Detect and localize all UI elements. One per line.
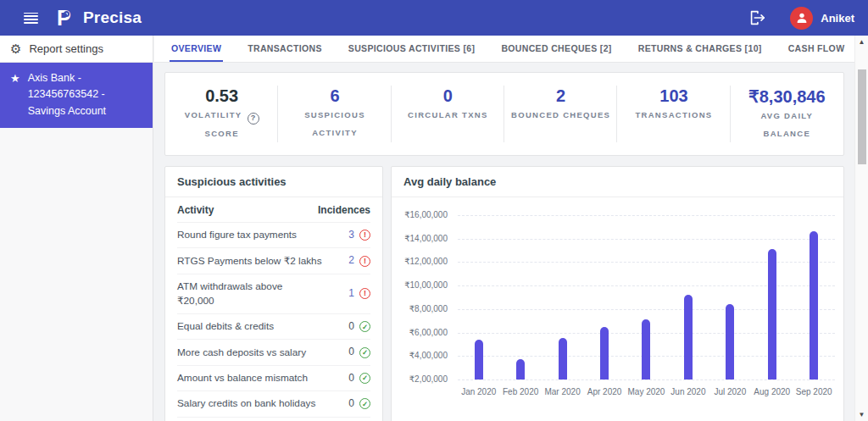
y-axis-tick: ₹2,00,000	[392, 374, 448, 384]
user-avatar[interactable]	[790, 7, 813, 30]
stat-label: AVG DAILY	[731, 107, 843, 125]
alert-icon: !	[359, 230, 370, 241]
stat-suspicious-activity: 6SUSPICIOUSACTIVITY	[278, 73, 391, 155]
x-axis-tick: Aug 2020	[751, 387, 793, 396]
activity-label: Equal debits & credits	[177, 319, 274, 334]
incidence-count: 3	[348, 228, 354, 242]
x-axis-tick: Sep 2020	[793, 387, 835, 396]
bar-jun-2020[interactable]	[684, 295, 693, 379]
stat-value: 2	[504, 86, 617, 106]
y-axis-tick: ₹8,00,000	[392, 304, 448, 313]
tab-cash-flow[interactable]: CASH FLOW	[787, 36, 847, 62]
tab-overview[interactable]: OVERVIEW	[170, 36, 223, 62]
suspicious-activities-panel: Suspicious activities Activity Incidence…	[164, 166, 383, 421]
bar-column-mar-2020	[542, 215, 583, 379]
help-icon[interactable]: ?	[248, 113, 259, 125]
y-axis-tick: ₹4,00,000	[392, 351, 448, 360]
bar-column-apr-2020	[583, 215, 625, 379]
bar-sep-2020[interactable]	[810, 231, 818, 379]
activity-label: Amount vs balance mismatch	[177, 371, 308, 385]
column-activity: Activity	[177, 204, 214, 216]
gear-icon: ⚙	[10, 42, 21, 55]
bar-jan-2020[interactable]	[475, 340, 483, 379]
bar-column-aug-2020	[751, 215, 793, 379]
suspicious-activities-title: Suspicious activities	[165, 167, 382, 197]
alert-icon: !	[359, 256, 370, 267]
check-icon: ✓	[359, 321, 370, 332]
stat-avg-daily-balance: ₹8,30,846AVG DAILYBALANCE	[731, 73, 843, 155]
incidence-cell: 0✓	[348, 396, 370, 411]
stat-label: CIRCULAR TXNS	[392, 106, 504, 124]
y-axis-tick: ₹6,00,000	[392, 328, 448, 337]
sidebar: ⚙ Report settings ★ Axis Bank - 12345676…	[0, 36, 153, 421]
tab-bar: OVERVIEWTRANSACTIONSSUSPICIOUS ACTIVITIE…	[154, 36, 854, 63]
stat-value: 103	[617, 86, 730, 106]
main-content: OVERVIEWTRANSACTIONSSUSPICIOUS ACTIVITIE…	[154, 36, 854, 421]
scroll-down-icon[interactable]: ▼	[855, 411, 868, 418]
alert-icon: !	[359, 288, 370, 299]
table-row: More cash deposits vs salary0✓	[177, 340, 370, 365]
gridline	[458, 379, 835, 380]
activity-label: More cash deposits vs salary	[177, 346, 306, 360]
x-axis-tick: Jun 2020	[667, 387, 709, 396]
tab-transactions[interactable]: TRANSACTIONS	[246, 36, 324, 62]
incidence-count: 0	[348, 396, 354, 411]
scroll-up-icon[interactable]: ▲	[855, 38, 868, 46]
bar-column-jan-2020	[458, 215, 499, 379]
x-axis-tick: Jul 2020	[709, 387, 751, 396]
stat-label: BOUNCED CHEQUES	[504, 106, 617, 124]
bar-aug-2020[interactable]	[768, 249, 776, 379]
user-name: Aniket	[821, 12, 854, 25]
tab-suspicious-activities-6[interactable]: SUSPICIOUS ACTIVITIES [6]	[347, 36, 477, 62]
activity-label: RTGS Payments below ₹2 lakhs	[177, 254, 322, 269]
activity-label: ATM withdrawals above ₹20,000	[177, 280, 282, 308]
check-icon: ✓	[359, 347, 370, 358]
avg-daily-balance-chart: ₹16,00,000₹14,00,000₹12,00,000₹10,00,000…	[392, 197, 843, 421]
stat-label: BALANCE	[731, 125, 843, 142]
column-incidences: Incidences	[318, 204, 370, 216]
stat-value: ₹8,30,846	[731, 86, 843, 107]
precisa-logo-icon: P	[57, 6, 77, 30]
check-icon: ✓	[359, 398, 370, 409]
activity-label: Salary credits on bank holidays	[177, 396, 315, 411]
person-icon	[795, 11, 809, 25]
x-axis-tick: Jan 2020	[458, 387, 499, 396]
tab-returns-charges-10[interactable]: RETURNS & CHARGES [10]	[637, 36, 764, 62]
check-icon: ✓	[359, 373, 370, 384]
stat-label: TRANSACTIONS	[617, 106, 730, 124]
tab-bounced-cheques-2[interactable]: BOUNCED CHEQUES [2]	[499, 36, 613, 62]
bar-apr-2020[interactable]	[600, 327, 609, 379]
sidebar-item-account-selected[interactable]: ★ Axis Bank - 123456763542 - Savings Acc…	[0, 63, 153, 128]
stat-circular-txns: 0CIRCULAR TXNS	[392, 73, 504, 155]
bar-column-sep-2020	[793, 215, 835, 379]
bar-mar-2020[interactable]	[559, 338, 567, 379]
stat-label: SCORE	[165, 125, 278, 142]
incidence-count: 0	[348, 345, 354, 359]
x-axis-tick: Apr 2020	[583, 387, 625, 396]
bar-jul-2020[interactable]	[726, 304, 734, 379]
incidence-cell: 0✓	[348, 345, 370, 359]
table-row: Amount vs balance mismatch0✓	[177, 366, 370, 391]
logout-icon[interactable]	[748, 8, 766, 27]
y-axis-tick: ₹10,00,000	[392, 280, 448, 290]
report-settings-label: Report settings	[29, 42, 103, 55]
scrollbar-thumb[interactable]	[858, 69, 866, 164]
menu-icon[interactable]	[24, 13, 38, 24]
incidence-cell: 2!	[348, 253, 370, 268]
suspicious-activities-table: Activity Incidences Round figure tax pay…	[165, 197, 382, 421]
star-icon: ★	[10, 70, 20, 119]
bar-column-feb-2020	[499, 215, 541, 379]
report-settings-button[interactable]: ⚙ Report settings	[0, 36, 153, 63]
x-axis-tick: May 2020	[626, 387, 667, 396]
bar-column-jun-2020	[667, 215, 709, 379]
stat-value: 0.53	[165, 86, 278, 106]
incidence-cell: 3!	[348, 228, 370, 242]
summary-stats-card: 0.53VOLATILITY?SCORE6SUSPICIOUSACTIVITY0…	[164, 72, 844, 156]
incidence-count: 0	[348, 319, 354, 334]
bar-feb-2020[interactable]	[516, 359, 525, 379]
account-label: Axis Bank - 123456763542 - Savings Accou…	[28, 70, 144, 119]
stat-label: VOLATILITY?	[165, 106, 278, 125]
bar-may-2020[interactable]	[642, 319, 650, 379]
incidence-count: 2	[348, 253, 354, 268]
stat-transactions: 103TRANSACTIONS	[617, 73, 730, 155]
